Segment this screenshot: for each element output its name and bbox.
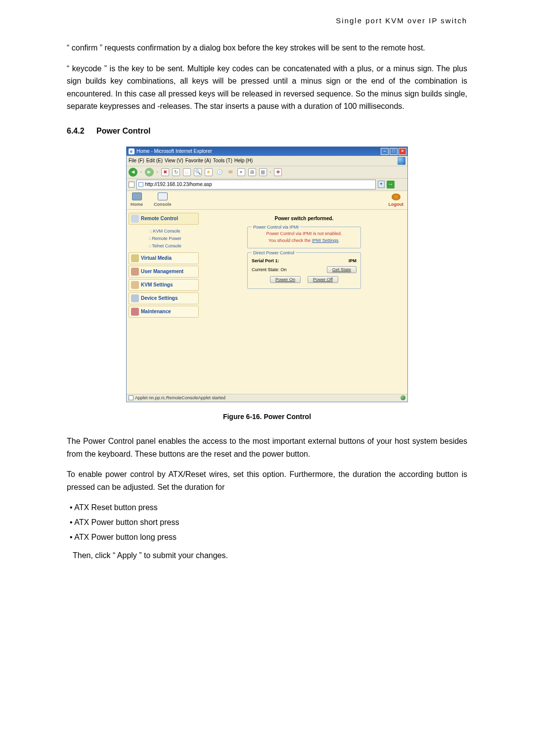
status-bar: Applet nn.pp.rc.RemoteConsoleApplet star… bbox=[127, 394, 407, 402]
direct-power-legend: Direct Power Control bbox=[252, 249, 296, 256]
paragraph-enable: To enable power control by ATX/Reset wir… bbox=[67, 468, 467, 493]
toolbar-extra2[interactable]: ▦ bbox=[259, 168, 267, 176]
home-button[interactable]: ⌂ bbox=[183, 168, 191, 176]
ipmi-warn-line2: You should check the bbox=[268, 238, 312, 243]
url-dropdown[interactable]: ▾ bbox=[378, 181, 385, 188]
stop-button[interactable]: ✖ bbox=[161, 168, 169, 176]
go-button[interactable]: → bbox=[387, 181, 395, 189]
ie-logo-icon bbox=[398, 157, 405, 165]
minimize-button[interactable]: – bbox=[381, 148, 389, 155]
sidebar-label: Remote Control bbox=[141, 215, 178, 223]
toolbar-extra3[interactable]: ❖ bbox=[274, 168, 282, 176]
nav-home-label: Home bbox=[131, 202, 143, 207]
nav-logout-label: Logout bbox=[389, 202, 404, 207]
back-button[interactable]: ◄ bbox=[129, 168, 137, 177]
sidebar-remote-control[interactable]: Remote Control bbox=[129, 213, 199, 225]
ie-icon bbox=[129, 148, 134, 154]
bullet-item: ATX Reset button press bbox=[70, 501, 467, 514]
sidebar-maintenance[interactable]: Maintenance bbox=[129, 306, 199, 318]
ipmi-settings-link[interactable]: IPMI Settings bbox=[312, 238, 339, 243]
url-text: http://192.168.10.23/home.asp bbox=[145, 181, 212, 189]
get-state-button[interactable]: Get State bbox=[327, 266, 356, 273]
menubar: File (F) Edit (E) View (V) Favorite (A) … bbox=[127, 156, 407, 166]
console-icon bbox=[158, 192, 168, 200]
page-header: Single port KVM over IP switch bbox=[67, 15, 467, 27]
figure-caption: Figure 6-16. Power Control bbox=[67, 411, 467, 422]
sidebar-device-settings[interactable]: Device Settings bbox=[129, 292, 199, 304]
maximize-button[interactable]: □ bbox=[390, 148, 398, 155]
menu-edit[interactable]: Edit (E) bbox=[146, 157, 163, 165]
virtual-media-icon bbox=[131, 254, 139, 262]
user-mgmt-icon bbox=[131, 268, 139, 276]
ipmi-warn-line1: Power Control via IPMI is not enabled. bbox=[266, 231, 342, 236]
serial-port-value: IPM bbox=[349, 257, 356, 264]
sidebar-label: Device Settings bbox=[141, 294, 178, 302]
toolbar-sep: · bbox=[157, 168, 158, 176]
nav-home[interactable]: Home bbox=[131, 192, 143, 208]
menu-file[interactable]: File (F) bbox=[129, 157, 144, 165]
serial-port-label: Serial Port 1: bbox=[252, 257, 279, 264]
address-bar: http://192.168.10.23/home.asp ▾ → bbox=[127, 179, 407, 191]
sidebar-virtual-media[interactable]: Virtual Media bbox=[129, 252, 199, 264]
power-off-button[interactable]: Power Off bbox=[308, 276, 338, 283]
sub-telnet-console[interactable]: Telnet Console bbox=[132, 242, 199, 249]
sidebar-label: User Management bbox=[141, 268, 183, 276]
sub-remote-power[interactable]: Remote Power bbox=[132, 235, 199, 242]
sidebar-label: KVM Settings bbox=[141, 281, 173, 289]
menu-favorite[interactable]: Favorite (A) bbox=[185, 157, 211, 165]
statusbar-text: Applet nn.pp.rc.RemoteConsoleApplet star… bbox=[135, 394, 225, 401]
paragraph-keycode: “ keycode ” is the key to be sent. Multi… bbox=[67, 62, 467, 113]
sidebar-label: Maintenance bbox=[141, 308, 171, 316]
paragraph-panel: The Power Control panel enables the acce… bbox=[67, 435, 467, 460]
section-title: Power Control bbox=[96, 127, 150, 135]
kvm-settings-icon bbox=[131, 281, 139, 289]
nav-console-label: Console bbox=[154, 202, 172, 207]
sidebar-kvm-settings[interactable]: KVM Settings bbox=[129, 279, 199, 291]
sub-kvm-console[interactable]: KVM Console bbox=[132, 228, 199, 235]
figure-container: Home - Microsoft Internet Explorer – □ ×… bbox=[67, 146, 467, 402]
nav-console[interactable]: Console bbox=[154, 192, 172, 208]
ipmi-fieldset: Power Control via IPMI Power Control via… bbox=[247, 227, 361, 249]
toolbar-sep: · bbox=[270, 168, 271, 176]
statusbar-icon bbox=[129, 395, 134, 400]
apply-line: Then, click “ Apply ” to submit your cha… bbox=[73, 549, 467, 562]
status-message: Power switch performed. bbox=[206, 215, 402, 223]
home-icon bbox=[132, 192, 142, 200]
sidebar-label: Virtual Media bbox=[141, 254, 172, 262]
close-button[interactable]: × bbox=[399, 148, 406, 155]
toolbar-extra1[interactable]: ▾ bbox=[237, 168, 245, 176]
direct-power-fieldset: Direct Power Control Serial Port 1: IPM … bbox=[247, 252, 361, 289]
nav-logout[interactable]: Logout bbox=[389, 193, 404, 208]
forward-button[interactable]: ► bbox=[145, 168, 154, 177]
bullet-item: ATX Power button short press bbox=[70, 516, 467, 529]
menu-help[interactable]: Help (H) bbox=[234, 157, 253, 165]
search-button[interactable]: 🔍 bbox=[194, 168, 202, 176]
favorites-button[interactable]: ★ bbox=[205, 168, 213, 176]
window-titlebar: Home - Microsoft Internet Explorer – □ × bbox=[127, 147, 407, 156]
print-button[interactable]: 🖶 bbox=[248, 168, 256, 176]
refresh-button[interactable]: ↻ bbox=[172, 168, 180, 176]
section-number: 6.4.2 bbox=[67, 125, 85, 138]
sidebar-user-mgmt[interactable]: User Management bbox=[129, 266, 199, 278]
page-content: Home Console Logout Remote Control bbox=[127, 191, 407, 394]
remote-control-icon bbox=[131, 215, 139, 223]
main-panel: Power switch performed. Power Control vi… bbox=[201, 210, 407, 322]
url-input[interactable]: http://192.168.10.23/home.asp bbox=[136, 180, 376, 189]
bullet-list: ATX Reset button press ATX Power button … bbox=[67, 501, 467, 543]
toolbar-sep: · bbox=[140, 168, 142, 176]
section-heading: 6.4.2 Power Control bbox=[67, 125, 467, 138]
ipmi-legend: Power Control via IPMI bbox=[252, 224, 300, 231]
sidebar-subitems: KVM Console Remote Power Telnet Console bbox=[129, 226, 199, 252]
internet-zone-icon bbox=[400, 395, 405, 400]
page-icon bbox=[138, 182, 143, 187]
mail-button[interactable]: ✉ bbox=[226, 168, 234, 176]
power-on-button[interactable]: Power On bbox=[270, 276, 301, 283]
address-icon bbox=[129, 182, 134, 188]
history-button[interactable]: 🕓 bbox=[216, 168, 223, 176]
menu-tools[interactable]: Tools (T) bbox=[213, 157, 232, 165]
window-title: Home - Microsoft Internet Explorer bbox=[136, 147, 212, 155]
statusbar-zone bbox=[400, 395, 405, 400]
current-state-label: Current State: On bbox=[252, 266, 287, 273]
logout-icon bbox=[392, 193, 400, 200]
menu-view[interactable]: View (V) bbox=[165, 157, 183, 165]
